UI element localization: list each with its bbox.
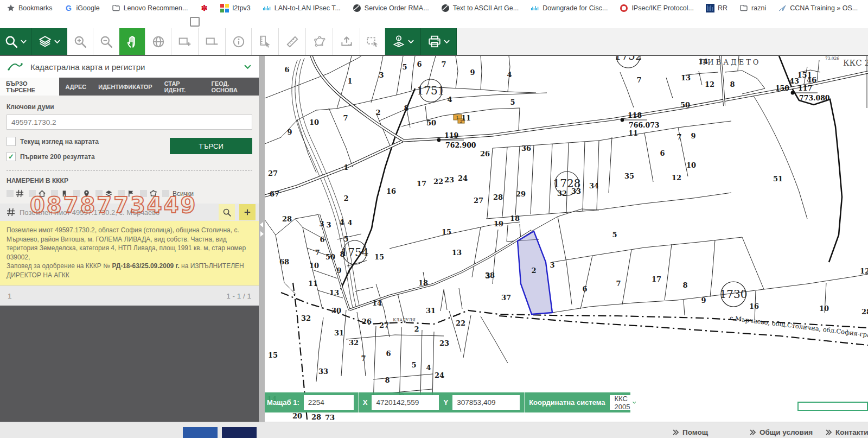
- parcel-number: 15: [268, 351, 278, 359]
- chevron-down-icon: [408, 40, 414, 44]
- checkbox-current-view[interactable]: Текущ изглед на картата: [7, 137, 170, 146]
- bookmark-ipsec-ike-protocol[interactable]: IPsec/IKE Protocol...: [620, 4, 694, 12]
- bookmark-lan-to-lan-ipsec-t[interactable]: LAN-to-LAN IPsec T...: [263, 4, 341, 12]
- parcel-number: 9: [701, 296, 706, 304]
- footer-link-помощ[interactable]: Помощ: [673, 428, 708, 436]
- filter-checkbox[interactable]: [95, 190, 103, 197]
- zoom-in-button[interactable]: [67, 28, 93, 55]
- page-number[interactable]: 1: [8, 292, 12, 300]
- double-chevron-icon: [826, 429, 832, 435]
- globe-icon: [151, 35, 165, 49]
- bookmark-lenovo-recommen[interactable]: Lenovo Recommen...: [112, 4, 188, 12]
- parcel-number: 20: [292, 412, 302, 420]
- parcel-number: 32: [557, 189, 567, 198]
- info-button[interactable]: [226, 28, 252, 55]
- parcel-number: 10: [819, 304, 829, 313]
- bookmark-ccna-training-os[interactable]: CCNA Training » OS...: [778, 4, 858, 12]
- cadastral-map[interactable]: 1217511728175417301752613567944582710950…: [265, 56, 868, 422]
- parcel-number: 2: [375, 109, 380, 117]
- sidebar-collapse-handle[interactable]: [259, 56, 265, 422]
- parcel-number: 10: [686, 161, 696, 169]
- parcel-number: 12: [672, 174, 681, 182]
- select-rect-button[interactable]: [360, 28, 385, 55]
- parcel-number: 6: [582, 285, 587, 293]
- layers-tool-button[interactable]: [31, 28, 67, 55]
- filter-checkbox[interactable]: [118, 190, 125, 197]
- parcel-number: 51: [773, 175, 783, 183]
- filter-home-toggle[interactable]: [29, 189, 46, 198]
- measure-distance-button[interactable]: [279, 28, 306, 55]
- bookmark-label: CCNA Training » OS...: [790, 4, 858, 12]
- footer-link-общи-условия[interactable]: Общи условия: [750, 428, 813, 436]
- print-button[interactable]: [421, 28, 457, 55]
- identify-layers-button[interactable]: [385, 28, 421, 55]
- filter-checkbox[interactable]: [51, 190, 58, 197]
- zoom-rect-out-button[interactable]: [199, 28, 226, 55]
- full-extent-button[interactable]: [145, 28, 171, 55]
- footer-link-контакти[interactable]: Контакти: [826, 428, 868, 436]
- parcel-number: 16: [749, 302, 759, 310]
- filter-checkbox[interactable]: [162, 190, 169, 197]
- upload-button[interactable]: [333, 28, 360, 55]
- zoom-rect-in-button[interactable]: [171, 28, 199, 55]
- bookmark-bookmarks[interactable]: Bookmarks: [7, 4, 53, 12]
- bookmark-service-order-rma[interactable]: Service Order RMA...: [353, 4, 429, 12]
- bookmark-huawei[interactable]: ✽: [200, 3, 208, 13]
- filter-checkbox[interactable]: [7, 190, 14, 197]
- y-coordinate-input[interactable]: [452, 395, 520, 410]
- scale-input[interactable]: [304, 395, 354, 410]
- bookmark-l2tpv3[interactable]: l2tpv3: [220, 4, 250, 12]
- filter-checkbox[interactable]: [73, 190, 80, 197]
- tab-бързо-търсене[interactable]: БЪРЗО ТЪРСЕНЕ: [0, 78, 59, 96]
- result-zoom-to-button[interactable]: [219, 204, 235, 220]
- bookmark-rr[interactable]: RR: [706, 4, 727, 12]
- parcel-number: 8: [730, 80, 735, 88]
- checkbox-checked[interactable]: ✓: [7, 152, 16, 161]
- draw-polygon-button[interactable]: [306, 28, 333, 55]
- bookmark-text-to-ascii-art-ge[interactable]: Text to ASCII Art Ge...: [441, 4, 519, 12]
- bookmark-razni[interactable]: razni: [739, 4, 766, 12]
- parcel-number: 29: [516, 190, 526, 198]
- parcel-number: 13: [681, 74, 691, 82]
- checkbox-first-200[interactable]: ✓ Първите 200 резултата: [7, 152, 170, 161]
- map-canvas[interactable]: 1217511728175417301752613567944582710950…: [265, 56, 868, 422]
- bookmark-downgrade-for-cisc[interactable]: Downgrade for Cisc...: [531, 4, 608, 12]
- result-add-button[interactable]: [239, 204, 256, 220]
- zoom-out-button[interactable]: [93, 28, 119, 55]
- parcel-number: 17: [652, 275, 661, 283]
- filter-checkbox[interactable]: [29, 190, 36, 197]
- tab-адрес[interactable]: АДРЕС: [59, 78, 92, 96]
- parcel-number: 3: [379, 71, 384, 79]
- page-footer: ПомощОбщи условияКонтакти: [0, 422, 868, 438]
- search-tool-button[interactable]: [0, 28, 31, 55]
- parcel-number: 5: [343, 235, 348, 243]
- parcel-number: 33: [571, 187, 581, 195]
- measure-area-button[interactable]: [252, 28, 279, 55]
- filter-flag-toggle[interactable]: [118, 189, 135, 198]
- bookmark-label: RR: [718, 4, 727, 12]
- tab-стар-идент-[interactable]: СТАР ИДЕНТ.: [158, 78, 206, 96]
- keywords-input[interactable]: [7, 115, 252, 130]
- x-coordinate-input[interactable]: [372, 395, 439, 410]
- filter-layersf-toggle[interactable]: [95, 189, 113, 198]
- browser-page-icon[interactable]: [190, 17, 200, 27]
- filter-building-toggle[interactable]: [51, 189, 68, 198]
- parcel-number: 5: [612, 231, 617, 239]
- filter-polyf-toggle[interactable]: [140, 189, 157, 198]
- filter-grid-toggle[interactable]: [7, 189, 24, 198]
- crs-select[interactable]: ККС 2005: [610, 395, 640, 410]
- parcel-number: 36: [521, 144, 531, 153]
- pan-hand-button[interactable]: [119, 28, 145, 55]
- tab-геод-основа[interactable]: ГЕОД. ОСНОВА: [206, 78, 259, 96]
- filter-pin-toggle[interactable]: [73, 189, 91, 198]
- filter-all-toggle[interactable]: Всички: [162, 190, 194, 198]
- result-row[interactable]: Поземлен имот 49597.1730.2, с. Мърчаево: [0, 204, 259, 221]
- bookmark-igoogle[interactable]: GiGoogle: [65, 4, 100, 12]
- checkbox-unchecked[interactable]: [7, 137, 16, 146]
- filter-checkbox[interactable]: [140, 190, 147, 197]
- tab-идентификатор[interactable]: ИДЕНТИФИКАТОР: [92, 78, 158, 96]
- chevron-down-icon[interactable]: [244, 65, 251, 69]
- search-button[interactable]: ТЪРСИ: [170, 138, 252, 154]
- parcel-number: 7: [315, 249, 320, 257]
- parcel-number: 8: [682, 281, 687, 289]
